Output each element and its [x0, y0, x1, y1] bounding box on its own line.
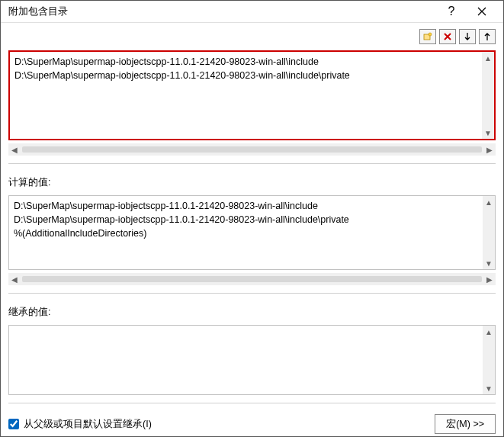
delete-button[interactable]	[439, 29, 456, 44]
move-up-button[interactable]	[479, 29, 496, 44]
inherit-checkbox[interactable]: 从父级或项目默认设置继承(I)	[8, 418, 152, 431]
inherited-values-content	[9, 326, 483, 394]
inherit-checkbox-input[interactable]	[8, 419, 19, 429]
close-button[interactable]	[467, 1, 497, 22]
path-item[interactable]: D:\SuperMap\supermap-iobjectscpp-11.0.1-…	[14, 69, 477, 82]
scroll-up-icon[interactable]: ▲	[482, 52, 494, 64]
close-icon	[477, 7, 486, 16]
path-item[interactable]: D:\SuperMap\supermap-iobjectscpp-11.0.1-…	[14, 55, 477, 69]
computed-values-box: D:\SuperMap\supermap-iobjectscpp-11.0.1-…	[8, 195, 496, 270]
horizontal-scrollbar[interactable]: ◀ ▶	[8, 143, 496, 156]
scroll-track[interactable]	[22, 276, 482, 282]
scroll-up-icon[interactable]: ▲	[483, 196, 495, 208]
dialog-window: 附加包含目录 ? D:\Super	[0, 0, 504, 437]
scroll-left-icon[interactable]: ◀	[8, 143, 21, 156]
new-line-button[interactable]	[419, 29, 436, 44]
include-paths-content: D:\SuperMap\supermap-iobjectscpp-11.0.1-…	[10, 52, 482, 139]
scroll-down-icon[interactable]: ▼	[483, 382, 495, 394]
delete-icon	[443, 32, 452, 41]
scroll-left-icon[interactable]: ◀	[8, 273, 21, 285]
inherit-row: 从父级或项目默认设置继承(I) 宏(M) >>	[8, 414, 496, 434]
window-title: 附加包含目录	[8, 5, 436, 18]
computed-item: %(AdditionalIncludeDirectories)	[14, 227, 478, 240]
arrow-up-icon	[483, 32, 492, 41]
dialog-body: D:\SuperMap\supermap-iobjectscpp-11.0.1-…	[1, 23, 503, 437]
scroll-right-icon[interactable]: ▶	[483, 273, 496, 285]
scroll-right-icon[interactable]: ▶	[483, 143, 496, 156]
horizontal-scrollbar[interactable]: ◀ ▶	[8, 273, 496, 285]
divider	[8, 403, 496, 403]
vertical-scrollbar[interactable]: ▲ ▼	[483, 196, 495, 269]
vertical-scrollbar[interactable]: ▲ ▼	[482, 52, 494, 139]
arrow-down-icon	[463, 32, 472, 41]
divider	[8, 163, 496, 164]
computed-values-content: D:\SuperMap\supermap-iobjectscpp-11.0.1-…	[9, 196, 483, 269]
scroll-down-icon[interactable]: ▼	[482, 127, 494, 139]
computed-item: D:\SuperMap\supermap-iobjectscpp-11.0.1-…	[14, 199, 478, 213]
inherit-checkbox-label: 从父级或项目默认设置继承(I)	[24, 418, 152, 431]
move-down-button[interactable]	[459, 29, 476, 44]
scroll-down-icon[interactable]: ▼	[483, 257, 495, 269]
scroll-up-icon[interactable]: ▲	[483, 326, 495, 338]
macro-button[interactable]: 宏(M) >>	[435, 414, 496, 434]
include-paths-list[interactable]: D:\SuperMap\supermap-iobjectscpp-11.0.1-…	[8, 50, 496, 140]
help-button[interactable]: ?	[436, 1, 467, 22]
titlebar: 附加包含目录 ?	[1, 1, 503, 23]
computed-label: 计算的值:	[8, 176, 496, 189]
computed-item: D:\SuperMap\supermap-iobjectscpp-11.0.1-…	[14, 213, 478, 227]
new-line-icon	[423, 32, 432, 41]
inherited-values-box: ▲ ▼	[8, 325, 496, 395]
vertical-scrollbar[interactable]: ▲ ▼	[483, 326, 495, 394]
inherited-label: 继承的值:	[8, 306, 496, 319]
scroll-track[interactable]	[22, 146, 482, 153]
divider	[8, 293, 496, 294]
list-toolbar	[8, 29, 496, 44]
svg-point-1	[429, 33, 432, 36]
